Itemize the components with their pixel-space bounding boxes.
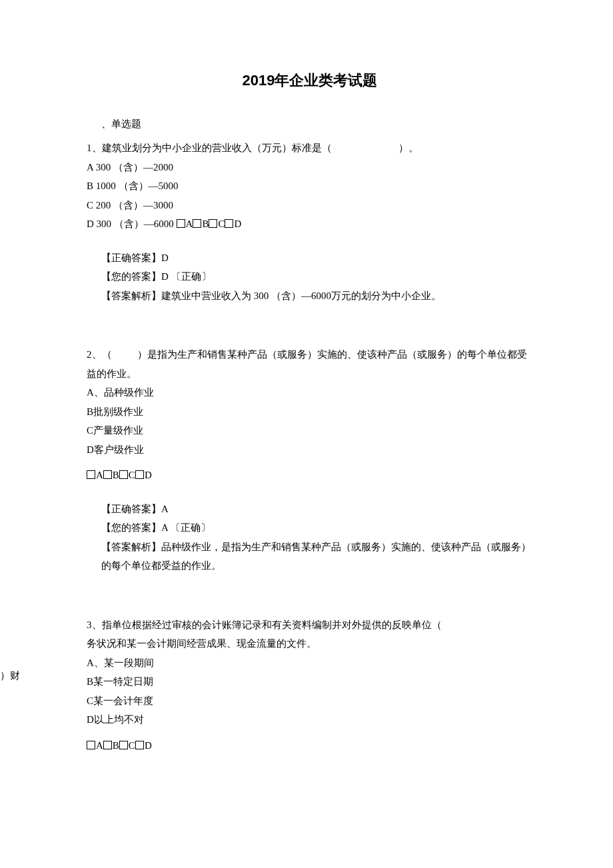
- checkbox-icon: [135, 470, 144, 479]
- margin-note-q3: ）财: [0, 666, 20, 685]
- option-a: A 300 （含）—2000: [87, 158, 533, 177]
- checkbox-icon: [135, 741, 144, 749]
- your-answer: 【您的答案】A 〔正确〕: [101, 518, 533, 538]
- option-a: A、品种级作业: [87, 383, 533, 402]
- answer-analysis: 【答案解析】品种级作业，是指为生产和销售某种产品（或服务）实施的、使该种产品（或…: [101, 538, 533, 576]
- choice-d[interactable]: D: [225, 218, 241, 229]
- checkbox-icon: [225, 219, 233, 228]
- option-b: B某一特定日期: [87, 672, 533, 691]
- choice-c[interactable]: C: [209, 218, 225, 229]
- choice-row: ABCD: [87, 466, 533, 485]
- choice-c[interactable]: C: [119, 740, 135, 751]
- question-stem: 3、指单位根据经过审核的会计账簿记录和有关资料编制并对外提供的反映单位（: [87, 616, 533, 635]
- stem-post: ）。: [398, 143, 418, 153]
- choice-a[interactable]: A: [87, 470, 103, 480]
- checkbox-icon: [87, 741, 95, 749]
- option-d: D以上均不对: [87, 710, 533, 729]
- checkbox-icon: [193, 219, 201, 228]
- choice-b[interactable]: B: [193, 218, 209, 229]
- choice-row: ABCD: [87, 736, 533, 755]
- choice-b[interactable]: B: [103, 470, 119, 480]
- option-c: C 200 （含）—3000: [87, 196, 533, 215]
- option-d-text: D 300 （含）—6000: [87, 218, 174, 229]
- correct-answer: 【正确答案】D: [101, 248, 533, 268]
- checkbox-icon: [209, 219, 217, 228]
- answer-block: 【正确答案】A 【您的答案】A 〔正确〕 【答案解析】品种级作业，是指为生产和销…: [101, 500, 533, 576]
- choice-a[interactable]: A: [87, 740, 103, 751]
- question-3: 3、指单位根据经过审核的会计账簿记录和有关资料编制并对外提供的反映单位（ 务状况…: [87, 616, 533, 755]
- question-1: 1、建筑业划分为中小企业的营业收入（万元）标准是（）。 A 300 （含）—20…: [87, 139, 533, 305]
- choice-c[interactable]: C: [119, 470, 135, 480]
- question-number: 2、: [87, 349, 102, 360]
- checkbox-icon: [119, 470, 128, 479]
- question-number: 1、: [87, 143, 102, 153]
- stem-pre: （: [102, 349, 112, 360]
- checkbox-icon: [177, 219, 185, 228]
- question-stem: 1、建筑业划分为中小企业的营业收入（万元）标准是（）。: [87, 139, 533, 158]
- answer-analysis: 【答案解析】建筑业中营业收入为 300 （含）—6000万元的划分为中小企业。: [101, 286, 533, 306]
- checkbox-icon: [103, 470, 112, 479]
- choice-b[interactable]: B: [103, 740, 119, 751]
- correct-answer: 【正确答案】A: [101, 500, 533, 519]
- question-stem-line2: 务状况和某一会计期间经营成果、现金流量的文件。: [87, 634, 533, 653]
- choice-d[interactable]: D: [135, 740, 152, 751]
- your-answer: 【您的答案】D 〔正确〕: [101, 267, 533, 286]
- answer-block: 【正确答案】D 【您的答案】D 〔正确〕 【答案解析】建筑业中营业收入为 300…: [101, 248, 533, 306]
- stem-pre: 建筑业划分为中小企业的营业收入（万元）标准是（: [102, 143, 332, 153]
- checkbox-icon: [87, 470, 95, 479]
- option-c: C产量级作业: [87, 421, 533, 440]
- stem-post: ）是指为生产和销售某种产品（或服务）实施的、使该种产品（或服务）的每个单位都受益…: [87, 349, 527, 379]
- question-2: 2、（）是指为生产和销售某种产品（或服务）实施的、使该种产品（或服务）的每个单位…: [87, 345, 533, 576]
- question-number: 3、: [87, 620, 102, 630]
- option-b: B 1000 （含）—5000: [87, 177, 533, 196]
- checkbox-icon: [103, 741, 112, 749]
- page-title: 2019年企业类考试题: [87, 67, 533, 95]
- stem-pre: 指单位根据经过审核的会计账簿记录和有关资料编制并对外提供的反映单位（: [102, 620, 442, 630]
- option-c: C某一会计年度: [87, 691, 533, 711]
- section-heading: 、单选题: [101, 115, 533, 134]
- option-b: B批别级作业: [87, 402, 533, 422]
- option-d-with-choices: D 300 （含）—6000 ABCD: [87, 215, 533, 234]
- choice-a[interactable]: A: [177, 218, 193, 229]
- option-a: A、某一段期间: [87, 653, 533, 673]
- question-stem: 2、（）是指为生产和销售某种产品（或服务）实施的、使该种产品（或服务）的每个单位…: [87, 345, 533, 383]
- option-d: D客户级作业: [87, 440, 533, 460]
- checkbox-icon: [119, 741, 128, 749]
- choice-d[interactable]: D: [135, 470, 152, 480]
